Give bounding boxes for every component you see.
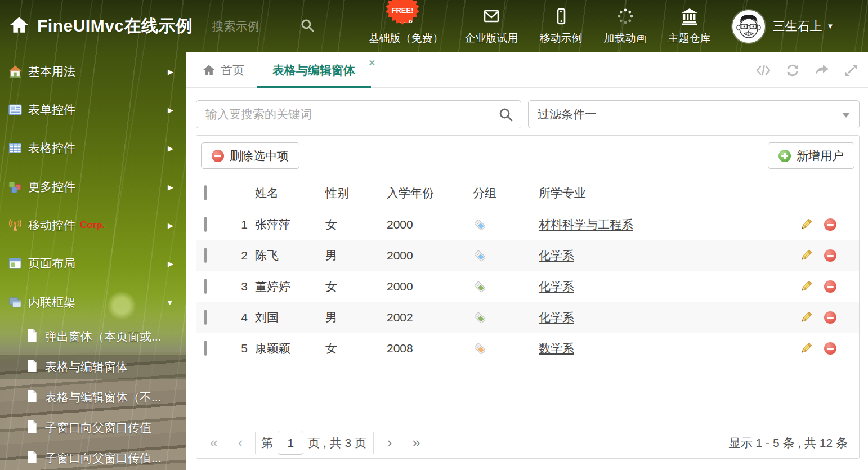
sidebar-item-table-controls[interactable]: 表格控件 ▶ bbox=[0, 136, 186, 160]
table-row: 2 陈飞 男 2000 化学系 bbox=[196, 240, 859, 271]
tab-grid-edit-window[interactable]: 表格与编辑窗体 ✕ bbox=[257, 52, 371, 88]
nav-mobile-demo[interactable]: 移动示例 bbox=[540, 7, 583, 46]
divider bbox=[255, 432, 256, 454]
page-number-input[interactable] bbox=[278, 431, 303, 455]
sidebar-subitem-child-to-parent[interactable]: 子窗口向父窗口传值 bbox=[0, 415, 186, 440]
chevron-right-icon: ▶ bbox=[168, 144, 173, 153]
edit-pencil-icon[interactable] bbox=[799, 218, 813, 231]
delete-row-icon[interactable] bbox=[824, 311, 836, 324]
chevron-right-icon: ▶ bbox=[168, 221, 173, 230]
edit-pencil-icon[interactable] bbox=[799, 249, 813, 262]
tag-icon bbox=[473, 342, 539, 356]
row-checkbox[interactable] bbox=[204, 248, 207, 263]
sidebar-subitem-popup-window[interactable]: 弹出窗体（本页面或... bbox=[0, 324, 186, 349]
next-page-button[interactable]: › bbox=[387, 436, 392, 450]
header-nav: 基础版（免费） 企业版试用 移动示例 加载动画 bbox=[369, 7, 711, 46]
divider bbox=[373, 432, 374, 454]
col-major[interactable]: 所学专业 bbox=[539, 185, 795, 201]
major-link[interactable]: 化学系 bbox=[539, 311, 574, 324]
edit-pencil-icon[interactable] bbox=[799, 342, 813, 355]
filter-dropdown[interactable]: 过滤条件一 bbox=[528, 100, 860, 128]
col-name[interactable]: 姓名 bbox=[248, 185, 321, 201]
sidebar-subitem-child-to-parent-2[interactable]: 子窗口向父窗口传值... bbox=[0, 446, 186, 470]
prev-page-button[interactable]: ‹ bbox=[238, 436, 243, 450]
sidebar-subitem-grid-edit-window-2[interactable]: 表格与编辑窗体（不... bbox=[0, 385, 186, 410]
chevron-right-icon: ▶ bbox=[168, 106, 173, 114]
delete-row-icon[interactable] bbox=[824, 218, 836, 231]
table-row: 3 董婷婷 女 2000 化学系 bbox=[196, 271, 859, 302]
row-checkbox[interactable] bbox=[204, 341, 207, 356]
sidebar-item-iframe[interactable]: 内联框架 ▼ bbox=[0, 290, 186, 315]
sidebar-subitem-grid-edit-window[interactable]: 表格与编辑窗体 bbox=[0, 355, 186, 379]
cubes-icon bbox=[8, 180, 23, 194]
last-page-button[interactable]: » bbox=[412, 436, 420, 450]
file-icon bbox=[26, 359, 38, 375]
delete-row-icon[interactable] bbox=[824, 280, 836, 293]
delete-row-icon[interactable] bbox=[824, 249, 836, 262]
major-link[interactable]: 化学系 bbox=[539, 249, 574, 262]
grid-toolbar: 删除选中项 新增用户 bbox=[196, 136, 859, 177]
tag-icon bbox=[473, 280, 539, 294]
nav-enterprise-trial[interactable]: 企业版试用 bbox=[465, 7, 518, 46]
sidebar-item-page-layout[interactable]: 页面布局 ▶ bbox=[0, 251, 186, 276]
filter-row: 过滤条件一 bbox=[196, 100, 860, 128]
free-badge: FREE! bbox=[386, 0, 419, 25]
table-row: 1 张萍萍 女 2000 材料科学与工程系 bbox=[196, 209, 859, 240]
sidebar-item-mobile-controls[interactable]: 移动控件 Corp. ▶ bbox=[0, 213, 186, 238]
fullscreen-icon[interactable] bbox=[844, 64, 858, 77]
sidebar-item-basic-usage[interactable]: 基本用法 ▶ bbox=[0, 59, 186, 84]
row-checkbox[interactable] bbox=[204, 279, 207, 294]
header-search-input[interactable] bbox=[212, 20, 297, 33]
mobile-icon bbox=[552, 7, 571, 28]
col-group[interactable]: 分组 bbox=[473, 185, 539, 201]
delete-selected-button[interactable]: 删除选中项 bbox=[201, 142, 299, 169]
add-user-button[interactable]: 新增用户 bbox=[768, 142, 854, 169]
house-icon bbox=[8, 64, 23, 79]
nav-theme-repo[interactable]: 主题仓库 bbox=[668, 7, 711, 46]
nav-loading-animation[interactable]: 加载动画 bbox=[604, 7, 647, 46]
select-all-checkbox[interactable] bbox=[204, 185, 207, 200]
avatar[interactable] bbox=[732, 10, 765, 43]
antenna-icon bbox=[8, 218, 23, 232]
delete-row-icon[interactable] bbox=[824, 342, 836, 355]
major-link[interactable]: 数学系 bbox=[539, 342, 574, 355]
major-link[interactable]: 化学系 bbox=[539, 280, 574, 293]
file-icon bbox=[26, 390, 38, 405]
chevron-right-icon: ▶ bbox=[168, 183, 173, 191]
tab-home[interactable]: 首页 bbox=[202, 52, 244, 88]
active-tab-underline bbox=[257, 86, 371, 88]
search-icon[interactable] bbox=[498, 107, 513, 124]
sidebar-item-more-controls[interactable]: 更多控件 ▶ bbox=[0, 174, 186, 199]
row-checkbox[interactable] bbox=[204, 217, 207, 232]
close-icon[interactable]: ✕ bbox=[368, 58, 375, 68]
share-icon[interactable] bbox=[815, 64, 829, 77]
col-year[interactable]: 入学年份 bbox=[387, 185, 473, 201]
spinner-icon bbox=[616, 7, 635, 28]
search-input[interactable] bbox=[196, 100, 521, 128]
layout-icon bbox=[8, 256, 23, 271]
chevron-down-icon bbox=[842, 113, 850, 118]
major-link[interactable]: 材料科学与工程系 bbox=[539, 218, 633, 231]
bank-icon bbox=[680, 7, 699, 28]
home-icon[interactable] bbox=[9, 16, 29, 37]
col-gender[interactable]: 性别 bbox=[321, 185, 387, 201]
sidebar: 基本用法 ▶ 表单控件 ▶ 表格控件 ▶ 更多控件 ▶ 移动控件 Corp. ▶ bbox=[0, 52, 186, 470]
user-menu[interactable]: 三生石上 ▼ bbox=[773, 18, 834, 35]
app-title: FineUIMvc在线示例 bbox=[37, 15, 193, 38]
header-search-icon[interactable] bbox=[300, 18, 315, 35]
sidebar-item-form-controls[interactable]: 表单控件 ▶ bbox=[0, 97, 186, 122]
code-icon[interactable] bbox=[756, 64, 771, 77]
pagination-bar: « ‹ 第 页 , 共 3 页 › » 显示 1 - 5 条 , 共 12 条 bbox=[196, 427, 859, 458]
row-checkbox[interactable] bbox=[204, 310, 207, 325]
first-page-button[interactable]: « bbox=[210, 436, 218, 450]
plus-circle-icon bbox=[778, 150, 791, 162]
refresh-icon[interactable] bbox=[786, 64, 799, 77]
chevron-right-icon: ▶ bbox=[168, 259, 173, 268]
edit-pencil-icon[interactable] bbox=[799, 280, 813, 293]
grid-panel: 删除选中项 新增用户 姓名 性别 入学年份 分组 所学专业 1 张萍萍 女 20… bbox=[196, 135, 860, 459]
page-suffix: 页 , 共 3 页 bbox=[308, 435, 366, 451]
table-icon bbox=[8, 141, 23, 155]
top-header: FineUIMvc在线示例 FREE! 基础版（免费） 企业版试用 移动示例 bbox=[0, 0, 868, 52]
edit-pencil-icon[interactable] bbox=[799, 311, 813, 324]
chevron-right-icon: ▶ bbox=[168, 68, 173, 76]
